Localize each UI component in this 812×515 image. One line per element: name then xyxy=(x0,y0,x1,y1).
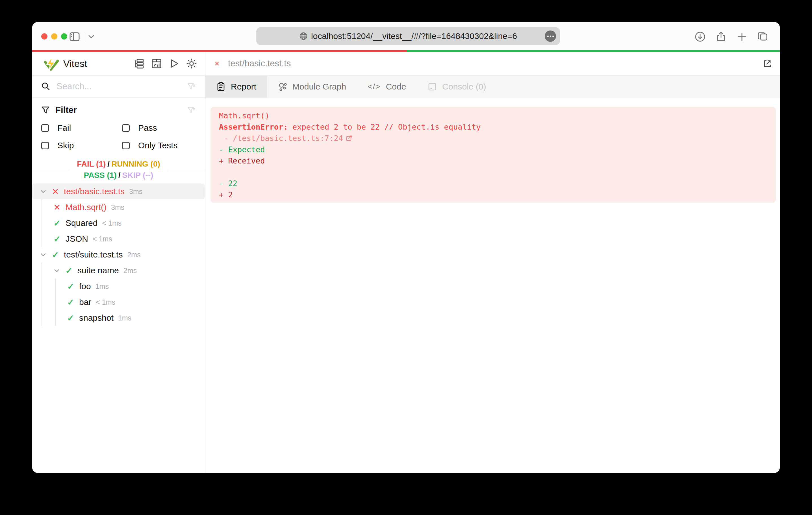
test-duration: < 1ms xyxy=(93,235,112,243)
tree-row-json[interactable]: JSON < 1ms xyxy=(32,231,205,247)
tree-row-bar[interactable]: bar < 1ms xyxy=(32,294,205,310)
test-file-name: test/basic.test.ts xyxy=(64,187,124,196)
error-location-line[interactable]: - /test/basic.test.ts:7:24 xyxy=(219,133,767,144)
clear-filter-icon[interactable] xyxy=(187,105,196,115)
test-duration: 2ms xyxy=(123,267,137,275)
test-name: snapshot xyxy=(79,313,114,323)
test-duration: 3ms xyxy=(111,203,124,211)
pass-icon xyxy=(53,218,61,228)
report-icon xyxy=(216,82,226,91)
pass-icon xyxy=(67,313,75,323)
fail-icon xyxy=(51,187,59,196)
minimize-window-button[interactable] xyxy=(51,33,57,39)
share-icon[interactable] xyxy=(715,31,727,42)
checkbox-fail[interactable] xyxy=(41,124,49,132)
browser-toolbar: localhost:51204/__vitest__/#/?file=16484… xyxy=(32,22,780,52)
filter-option-pass[interactable]: Pass xyxy=(122,123,196,133)
diff-blank-line xyxy=(219,166,767,178)
tab-label: Module Graph xyxy=(292,82,346,91)
filter-option-fail[interactable]: Fail xyxy=(41,123,122,133)
tree-row-suite-name[interactable]: suite name 2ms xyxy=(32,263,205,278)
assertion-error-line: AssertionError: expected 2 to be 22 // O… xyxy=(219,121,767,133)
chevron-down-icon[interactable] xyxy=(88,34,94,39)
tab-module-graph[interactable]: Module Graph xyxy=(267,76,357,98)
chevron-down-icon[interactable] xyxy=(53,267,60,274)
diff-received-value: + 2 xyxy=(219,189,767,201)
open-in-editor-icon[interactable] xyxy=(762,58,773,69)
run-all-icon[interactable] xyxy=(169,58,179,69)
new-tab-icon[interactable] xyxy=(736,31,748,42)
test-tree: test/basic.test.ts 3ms Math.sqrt() 3ms S… xyxy=(32,184,205,473)
pass-icon xyxy=(51,250,59,260)
code-icon: </> xyxy=(368,82,381,91)
tree-row-squared[interactable]: Squared < 1ms xyxy=(32,215,205,231)
zoom-window-button[interactable] xyxy=(61,33,67,39)
tree-row-snapshot[interactable]: snapshot 1ms xyxy=(32,310,205,326)
tab-label: Report xyxy=(231,82,256,91)
tab-report[interactable]: Report xyxy=(205,76,267,98)
sidebar-toggle-icon[interactable] xyxy=(69,32,80,41)
diff-expected-value: - 22 xyxy=(219,178,767,189)
pass-icon xyxy=(53,234,61,244)
chevron-down-icon[interactable] xyxy=(39,251,47,259)
summary-line-2: PASS (1)/SKIP (--) xyxy=(77,170,160,181)
app-title: Vitest xyxy=(63,52,87,75)
tree-row-basic-test[interactable]: test/basic.test.ts 3ms xyxy=(32,184,205,199)
tab-label: Code xyxy=(386,82,406,91)
test-duration: 3ms xyxy=(129,187,142,196)
progress-fail-segment xyxy=(32,50,407,52)
dashboard-icon[interactable] xyxy=(151,58,162,69)
page-settings-button[interactable] xyxy=(545,30,556,42)
checkbox-skip[interactable] xyxy=(41,142,49,149)
open-location-icon[interactable] xyxy=(346,135,353,142)
error-report-panel: Math.sqrt() AssertionError: expected 2 t… xyxy=(210,107,776,203)
test-name: foo xyxy=(79,281,91,291)
diff-expected-label: - Expected xyxy=(219,144,767,155)
tab-console[interactable]: Console (0) xyxy=(417,76,497,98)
search-input[interactable] xyxy=(57,81,180,91)
sidebar: Vitest xyxy=(32,52,205,473)
url-text: localhost:51204/__vitest__/#/?file=16484… xyxy=(311,31,517,41)
filter-option-only-tests[interactable]: Only Tests xyxy=(122,141,196,150)
close-file-icon[interactable]: × xyxy=(213,59,221,68)
tab-code[interactable]: </> Code xyxy=(357,76,417,98)
test-name: JSON xyxy=(65,234,88,244)
main-panel: × test/basic.test.ts Report xyxy=(205,52,780,473)
filter-panel: Filter Fail Pass xyxy=(32,98,205,150)
toolbar-actions xyxy=(694,31,768,42)
test-name: Math.sqrt() xyxy=(65,203,107,212)
test-duration: 1ms xyxy=(95,282,109,291)
address-bar[interactable]: localhost:51204/__vitest__/#/?file=16484… xyxy=(256,27,560,45)
test-progress-bar xyxy=(32,50,780,52)
window-controls xyxy=(41,33,67,39)
list-tree-icon[interactable] xyxy=(134,58,144,69)
tab-overview-icon[interactable] xyxy=(757,31,768,42)
tree-row-suite-test[interactable]: test/suite.test.ts 2ms xyxy=(32,247,205,263)
search-icon xyxy=(41,82,50,91)
close-window-button[interactable] xyxy=(41,33,48,39)
downloads-icon[interactable] xyxy=(694,31,706,42)
pass-icon xyxy=(67,297,75,307)
filter-header: Filter xyxy=(41,103,196,117)
progress-pass-segment xyxy=(407,50,780,52)
theme-toggle-icon[interactable] xyxy=(186,58,197,69)
sidebar-header: Vitest xyxy=(32,52,205,76)
clear-search-filter-icon[interactable] xyxy=(187,82,196,91)
chevron-down-icon[interactable] xyxy=(39,188,47,195)
tree-row-foo[interactable]: foo 1ms xyxy=(32,278,205,294)
module-graph-icon xyxy=(278,82,287,91)
test-duration: < 1ms xyxy=(102,219,121,227)
test-duration: 2ms xyxy=(127,251,140,259)
test-name: Squared xyxy=(65,218,97,228)
vitest-ui: Vitest xyxy=(32,52,780,473)
tree-row-math-sqrt[interactable]: Math.sqrt() 3ms xyxy=(32,199,205,215)
test-name: bar xyxy=(79,297,91,307)
desktop-background: localhost:51204/__vitest__/#/?file=16484… xyxy=(0,0,812,515)
browser-window: localhost:51204/__vitest__/#/?file=16484… xyxy=(32,22,780,473)
test-duration: 1ms xyxy=(118,314,132,322)
filter-option-skip[interactable]: Skip xyxy=(41,141,122,150)
open-file-header: × test/basic.test.ts xyxy=(205,52,780,76)
checkbox-only-tests[interactable] xyxy=(122,142,130,149)
suite-name: suite name xyxy=(78,266,119,275)
checkbox-pass[interactable] xyxy=(122,124,130,132)
